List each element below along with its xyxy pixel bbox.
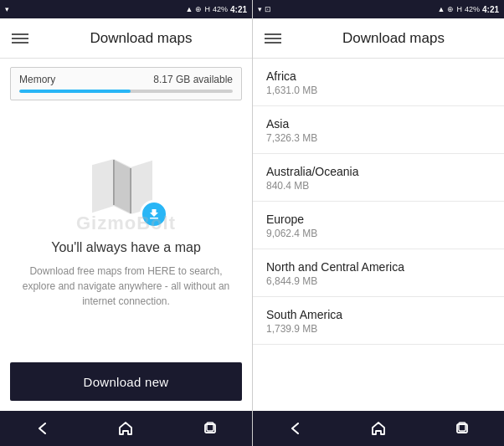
region-name: Europe (266, 213, 491, 226)
right-panel: ▾ ⊡ ▲ ⊕ H 42% 4:21 Download maps Africa1… (252, 0, 504, 446)
download-badge (140, 200, 168, 228)
region-size: 1,739.9 MB (266, 323, 491, 335)
right-status-right: ▲ ⊕ H 42% 4:21 (438, 5, 499, 14)
right-toolbar: Download maps (253, 18, 504, 59)
region-list-item[interactable]: Australia/Oceania840.4 MB (253, 154, 504, 202)
notification-icon: ▾ (5, 5, 9, 13)
region-list-item[interactable]: Asia7,326.3 MB (253, 106, 504, 154)
download-button-wrapper: Download new (0, 362, 252, 411)
memory-progress-track (19, 90, 233, 93)
svg-rect-2 (150, 218, 158, 219)
region-list-item[interactable]: Europe9,062.4 MB (253, 202, 504, 249)
left-toolbar: Download maps (0, 18, 252, 59)
region-size: 7,326.3 MB (266, 132, 491, 144)
right-wifi-icon: ⊕ (447, 5, 454, 13)
region-list: Africa1,631.0 MBAsia7,326.3 MBAustralia/… (253, 59, 504, 411)
right-battery-label: 42% (465, 5, 480, 13)
right-home-button[interactable] (362, 412, 395, 445)
right-signal-icon: ▲ (438, 5, 445, 13)
memory-value: 8.17 GB available (153, 74, 233, 85)
right-status-left: ▾ ⊡ (258, 5, 271, 13)
promo-description: Download free maps from HERE to search, … (17, 264, 235, 309)
region-list-item[interactable]: South America1,739.9 MB (253, 297, 504, 345)
map-icon-wrapper (85, 153, 168, 228)
signal-icon: ▲ (186, 5, 193, 13)
left-recents-button[interactable] (193, 412, 227, 445)
left-menu-icon[interactable] (12, 33, 28, 44)
memory-section: Memory 8.17 GB available (10, 67, 242, 100)
left-nav-bar (0, 411, 252, 446)
network-icon: H (204, 5, 210, 13)
right-time-label: 4:21 (482, 5, 499, 14)
promo-area: You'll always have a map Download free m… (0, 107, 252, 362)
right-back-button[interactable] (278, 412, 311, 445)
download-arrow-icon (147, 207, 162, 222)
region-size: 840.4 MB (266, 180, 491, 192)
region-name: South America (266, 308, 491, 321)
region-list-item[interactable]: North and Central America6,844.9 MB (253, 249, 504, 297)
left-toolbar-title: Download maps (42, 30, 240, 47)
region-size: 6,844.9 MB (266, 275, 491, 287)
region-name: Africa (266, 69, 491, 83)
wifi-icon: ⊕ (195, 5, 202, 13)
right-menu-icon[interactable] (265, 33, 281, 44)
region-name: North and Central America (266, 260, 491, 274)
region-name: Australia/Oceania (266, 165, 491, 178)
status-right: ▲ ⊕ H 42% 4:21 (186, 5, 247, 14)
right-network-icon: H (456, 5, 462, 13)
right-toolbar-title: Download maps (295, 30, 492, 47)
region-size: 9,062.4 MB (266, 228, 491, 239)
region-name: Asia (266, 117, 491, 131)
promo-title: You'll always have a map (51, 240, 201, 255)
memory-progress-fill (19, 90, 131, 93)
right-status-bar: ▾ ⊡ ▲ ⊕ H 42% 4:21 (253, 0, 504, 18)
status-left: ▾ (5, 5, 9, 13)
battery-label: 42% (213, 5, 228, 13)
left-home-button[interactable] (109, 412, 142, 445)
right-notification-icon: ▾ (258, 5, 262, 13)
right-nav-bar (253, 411, 504, 446)
right-recents-button[interactable] (445, 412, 479, 445)
left-panel: ▾ ▲ ⊕ H 42% 4:21 Download maps Memory 8.… (0, 0, 252, 446)
region-list-item[interactable]: Africa1,631.0 MB (253, 59, 504, 106)
memory-label: Memory (19, 74, 55, 85)
region-size: 1,631.0 MB (266, 85, 491, 96)
left-status-bar: ▾ ▲ ⊕ H 42% 4:21 (0, 0, 252, 18)
memory-label-row: Memory 8.17 GB available (19, 74, 233, 85)
download-new-button[interactable]: Download new (10, 362, 242, 401)
right-screenshot-icon: ⊡ (265, 5, 271, 13)
time-label: 4:21 (230, 5, 247, 14)
left-back-button[interactable] (25, 412, 59, 445)
